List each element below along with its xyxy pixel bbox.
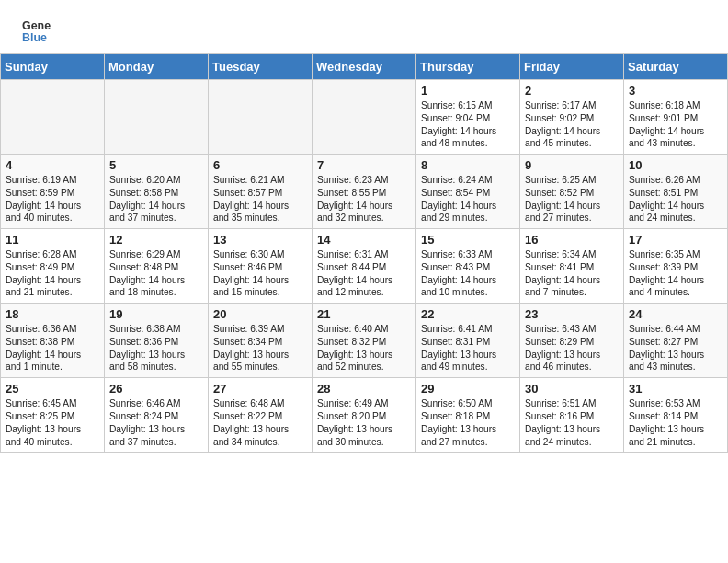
day-number: 11 <box>6 233 99 247</box>
day-number: 26 <box>109 382 203 396</box>
calendar-cell: 16Sunrise: 6:34 AM Sunset: 8:41 PM Dayli… <box>520 229 624 304</box>
day-number: 1 <box>421 84 515 98</box>
day-number: 5 <box>109 158 203 172</box>
calendar-cell: 10Sunrise: 6:26 AM Sunset: 8:51 PM Dayli… <box>624 155 728 229</box>
day-number: 8 <box>421 158 515 172</box>
cell-content: Sunrise: 6:31 AM Sunset: 8:44 PM Dayligh… <box>317 248 411 299</box>
calendar-cell: 2Sunrise: 6:17 AM Sunset: 9:02 PM Daylig… <box>520 80 624 155</box>
day-number: 16 <box>525 233 619 247</box>
cell-content: Sunrise: 6:23 AM Sunset: 8:55 PM Dayligh… <box>317 174 411 224</box>
calendar-week-3: 11Sunrise: 6:28 AM Sunset: 8:49 PM Dayli… <box>1 229 728 304</box>
cell-content: Sunrise: 6:18 AM Sunset: 9:01 PM Dayligh… <box>629 99 722 150</box>
calendar-week-2: 4Sunrise: 6:19 AM Sunset: 8:59 PM Daylig… <box>1 155 728 229</box>
cell-content: Sunrise: 6:36 AM Sunset: 8:38 PM Dayligh… <box>6 323 99 373</box>
calendar-cell: 17Sunrise: 6:35 AM Sunset: 8:39 PM Dayli… <box>624 229 728 304</box>
calendar-cell: 24Sunrise: 6:44 AM Sunset: 8:27 PM Dayli… <box>624 304 728 378</box>
cell-content: Sunrise: 6:48 AM Sunset: 8:22 PM Dayligh… <box>213 397 307 448</box>
calendar-cell: 18Sunrise: 6:36 AM Sunset: 8:38 PM Dayli… <box>1 304 105 378</box>
calendar-header-row: SundayMondayTuesdayWednesdayThursdayFrid… <box>1 54 728 80</box>
calendar-cell: 28Sunrise: 6:49 AM Sunset: 8:20 PM Dayli… <box>313 378 416 453</box>
calendar-cell: 6Sunrise: 6:21 AM Sunset: 8:57 PM Daylig… <box>209 155 313 229</box>
calendar-cell: 27Sunrise: 6:48 AM Sunset: 8:22 PM Dayli… <box>209 378 313 453</box>
calendar-table: SundayMondayTuesdayWednesdayThursdayFrid… <box>0 53 728 453</box>
col-header-monday: Monday <box>105 54 209 80</box>
calendar-cell: 21Sunrise: 6:40 AM Sunset: 8:32 PM Dayli… <box>313 304 416 378</box>
calendar-cell: 9Sunrise: 6:25 AM Sunset: 8:52 PM Daylig… <box>520 155 624 229</box>
day-number: 27 <box>213 382 307 396</box>
logo: General Blue <box>22 17 55 46</box>
day-number: 22 <box>421 307 515 321</box>
calendar-cell: 13Sunrise: 6:30 AM Sunset: 8:46 PM Dayli… <box>209 229 313 304</box>
calendar-cell: 4Sunrise: 6:19 AM Sunset: 8:59 PM Daylig… <box>1 155 105 229</box>
day-number: 25 <box>6 382 99 396</box>
day-number: 10 <box>629 158 722 172</box>
col-header-thursday: Thursday <box>416 54 520 80</box>
day-number: 23 <box>525 307 619 321</box>
svg-text:Blue: Blue <box>22 31 47 44</box>
day-number: 21 <box>317 307 411 321</box>
cell-content: Sunrise: 6:40 AM Sunset: 8:32 PM Dayligh… <box>317 323 411 373</box>
day-number: 20 <box>213 307 307 321</box>
calendar-body: 1Sunrise: 6:15 AM Sunset: 9:04 PM Daylig… <box>1 80 728 453</box>
day-number: 7 <box>317 158 411 172</box>
day-number: 17 <box>629 233 722 247</box>
calendar-cell: 3Sunrise: 6:18 AM Sunset: 9:01 PM Daylig… <box>624 80 728 155</box>
cell-content: Sunrise: 6:41 AM Sunset: 8:31 PM Dayligh… <box>421 323 515 373</box>
day-number: 30 <box>525 382 619 396</box>
cell-content: Sunrise: 6:38 AM Sunset: 8:36 PM Dayligh… <box>109 323 203 373</box>
cell-content: Sunrise: 6:19 AM Sunset: 8:59 PM Dayligh… <box>6 174 99 224</box>
day-number: 12 <box>109 233 203 247</box>
cell-content: Sunrise: 6:51 AM Sunset: 8:16 PM Dayligh… <box>525 397 619 448</box>
day-number: 13 <box>213 233 307 247</box>
calendar-cell <box>1 80 105 155</box>
day-number: 18 <box>6 307 99 321</box>
cell-content: Sunrise: 6:35 AM Sunset: 8:39 PM Dayligh… <box>629 248 722 299</box>
calendar-cell: 26Sunrise: 6:46 AM Sunset: 8:24 PM Dayli… <box>105 378 209 453</box>
cell-content: Sunrise: 6:46 AM Sunset: 8:24 PM Dayligh… <box>109 397 203 448</box>
cell-content: Sunrise: 6:20 AM Sunset: 8:58 PM Dayligh… <box>109 174 203 224</box>
cell-content: Sunrise: 6:53 AM Sunset: 8:14 PM Dayligh… <box>629 397 722 448</box>
day-number: 15 <box>421 233 515 247</box>
cell-content: Sunrise: 6:45 AM Sunset: 8:25 PM Dayligh… <box>6 397 99 448</box>
day-number: 19 <box>109 307 203 321</box>
cell-content: Sunrise: 6:33 AM Sunset: 8:43 PM Dayligh… <box>421 248 515 299</box>
col-header-sunday: Sunday <box>1 54 105 80</box>
calendar-cell: 20Sunrise: 6:39 AM Sunset: 8:34 PM Dayli… <box>209 304 313 378</box>
cell-content: Sunrise: 6:17 AM Sunset: 9:02 PM Dayligh… <box>525 99 619 150</box>
day-number: 9 <box>525 158 619 172</box>
cell-content: Sunrise: 6:28 AM Sunset: 8:49 PM Dayligh… <box>6 248 99 299</box>
col-header-friday: Friday <box>520 54 624 80</box>
calendar-cell: 14Sunrise: 6:31 AM Sunset: 8:44 PM Dayli… <box>313 229 416 304</box>
calendar-cell: 29Sunrise: 6:50 AM Sunset: 8:18 PM Dayli… <box>416 378 520 453</box>
page-header: General Blue <box>0 0 728 53</box>
calendar-cell: 15Sunrise: 6:33 AM Sunset: 8:43 PM Dayli… <box>416 229 520 304</box>
day-number: 28 <box>317 382 411 396</box>
calendar-cell: 5Sunrise: 6:20 AM Sunset: 8:58 PM Daylig… <box>105 155 209 229</box>
calendar-cell: 8Sunrise: 6:24 AM Sunset: 8:54 PM Daylig… <box>416 155 520 229</box>
cell-content: Sunrise: 6:25 AM Sunset: 8:52 PM Dayligh… <box>525 174 619 224</box>
day-number: 14 <box>317 233 411 247</box>
day-number: 2 <box>525 84 619 98</box>
calendar-week-4: 18Sunrise: 6:36 AM Sunset: 8:38 PM Dayli… <box>1 304 728 378</box>
day-number: 4 <box>6 158 99 172</box>
col-header-wednesday: Wednesday <box>313 54 416 80</box>
calendar-cell: 11Sunrise: 6:28 AM Sunset: 8:49 PM Dayli… <box>1 229 105 304</box>
cell-content: Sunrise: 6:29 AM Sunset: 8:48 PM Dayligh… <box>109 248 203 299</box>
cell-content: Sunrise: 6:43 AM Sunset: 8:29 PM Dayligh… <box>525 323 619 373</box>
calendar-week-5: 25Sunrise: 6:45 AM Sunset: 8:25 PM Dayli… <box>1 378 728 453</box>
calendar-cell: 23Sunrise: 6:43 AM Sunset: 8:29 PM Dayli… <box>520 304 624 378</box>
cell-content: Sunrise: 6:21 AM Sunset: 8:57 PM Dayligh… <box>213 174 307 224</box>
calendar-cell: 25Sunrise: 6:45 AM Sunset: 8:25 PM Dayli… <box>1 378 105 453</box>
cell-content: Sunrise: 6:49 AM Sunset: 8:20 PM Dayligh… <box>317 397 411 448</box>
col-header-tuesday: Tuesday <box>209 54 313 80</box>
calendar-cell: 1Sunrise: 6:15 AM Sunset: 9:04 PM Daylig… <box>416 80 520 155</box>
calendar-cell: 7Sunrise: 6:23 AM Sunset: 8:55 PM Daylig… <box>313 155 416 229</box>
cell-content: Sunrise: 6:50 AM Sunset: 8:18 PM Dayligh… <box>421 397 515 448</box>
cell-content: Sunrise: 6:15 AM Sunset: 9:04 PM Dayligh… <box>421 99 515 150</box>
logo-icon: General Blue <box>22 17 51 46</box>
calendar-cell <box>105 80 209 155</box>
calendar-week-1: 1Sunrise: 6:15 AM Sunset: 9:04 PM Daylig… <box>1 80 728 155</box>
cell-content: Sunrise: 6:44 AM Sunset: 8:27 PM Dayligh… <box>629 323 722 373</box>
calendar-cell <box>313 80 416 155</box>
day-number: 24 <box>629 307 722 321</box>
